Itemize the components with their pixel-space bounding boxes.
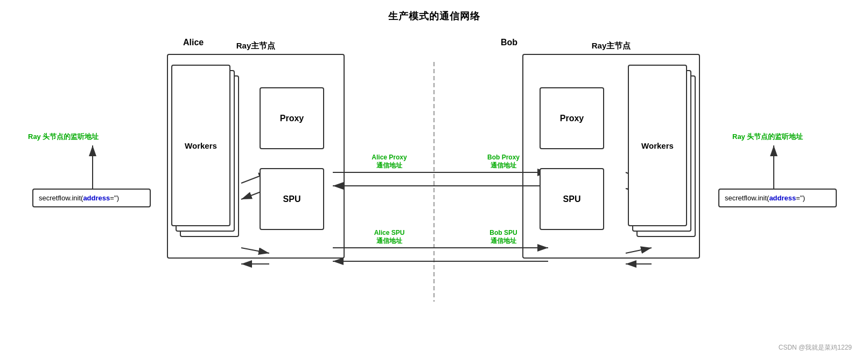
alice-spu-box: SPU [260,168,324,230]
alice-workers-card1: Workers [171,65,230,226]
alice-proxy-label: Proxy [280,114,304,123]
bob-ray-listen-label: Ray 头节点的监听地址 [732,132,840,142]
bob-ray-box: Ray主节点 Proxy SPU Workers [522,54,700,259]
alice-ray-listen-label: Ray 头节点的监听地址 [28,132,114,142]
bob-ray-box-label: Ray主节点 [592,41,631,51]
bob-proxy-comm-label: Bob Proxy 通信地址 [463,154,544,170]
bob-workers-label: Workers [641,141,674,150]
bob-sf-box: secretflow.init(address='') [718,189,837,207]
alice-spu-label: SPU [283,194,301,204]
alice-proxy-box: Proxy [260,87,324,149]
bob-proxy-label: Proxy [560,114,584,123]
watermark: CSDN @我就是菜鸡1229 [779,343,852,352]
alice-sf-box: secretflow.init(address='') [32,189,151,207]
bob-workers-card1: Workers [628,65,687,226]
alice-workers-label: Workers [185,141,217,150]
bob-spu-label: SPU [563,194,581,204]
bob-proxy-box: Proxy [540,87,604,149]
alice-ray-box: Ray主节点 Workers Proxy SPU [167,54,345,259]
page-title: 生产模式的通信网络 [0,0,868,23]
alice-ray-box-label: Ray主节点 [236,41,276,51]
alice-proxy-comm-label: Alice Proxy 通信地址 [349,154,430,170]
alice-spu-comm-label: Alice SPU 通信地址 [349,229,430,246]
bob-section-label: Bob [501,38,517,47]
bob-spu-comm-label: Bob SPU 通信地址 [463,229,544,246]
bob-spu-box: SPU [540,168,604,230]
alice-sf-text: secretflow.init(address='') [39,194,119,202]
alice-section-label: Alice [183,38,204,47]
bob-sf-text: secretflow.init(address='') [725,194,805,202]
